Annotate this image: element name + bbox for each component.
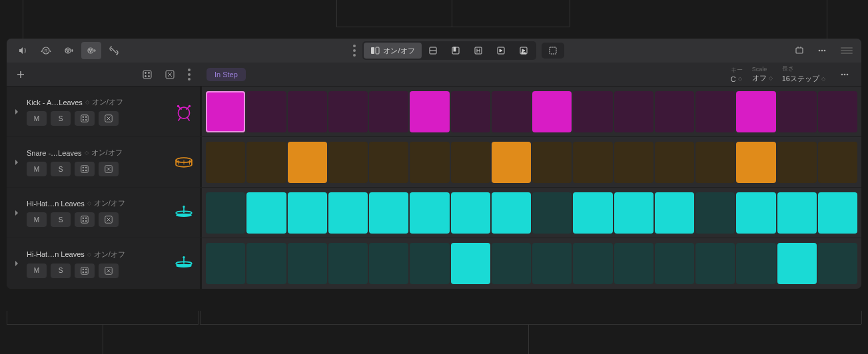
step-cell[interactable] [328,91,368,132]
step-cell[interactable] [206,192,245,234]
step-cell[interactable] [614,142,653,183]
solo-button[interactable]: S [51,264,71,278]
step-cell[interactable] [369,142,408,183]
step-cell[interactable] [328,192,368,234]
mode-chance-button[interactable] [542,43,564,59]
step-cell[interactable] [736,192,775,234]
step-cell[interactable] [369,192,408,234]
step-cell[interactable] [492,243,531,284]
row-randomize-button[interactable] [75,162,95,176]
step-cell[interactable] [410,192,449,234]
step-cell[interactable] [695,142,735,183]
step-cell[interactable] [614,243,653,284]
disclosure-button[interactable] [7,137,27,187]
row-clear-button[interactable] [99,264,119,278]
step-cell[interactable] [695,243,735,284]
live-loops-icon[interactable] [789,42,809,59]
solo-button[interactable]: S [51,111,71,126]
step-cell[interactable] [246,243,286,284]
step-cell[interactable] [736,142,775,183]
step-cell[interactable] [736,243,775,284]
mode-loop-button[interactable] [490,43,512,59]
step-cell[interactable] [206,142,245,183]
step-cell[interactable] [328,142,368,183]
scale-param[interactable]: Scale オフ◇ [752,66,773,83]
row-clear-button[interactable] [99,111,119,126]
disclosure-button[interactable] [7,188,27,238]
step-cell[interactable] [818,192,857,234]
step-cell[interactable] [288,142,327,183]
step-cell[interactable] [655,192,694,234]
mode-note-button[interactable] [444,43,467,59]
automation-record-icon[interactable]: R [36,42,56,59]
step-cell[interactable] [288,192,327,234]
step-cell[interactable] [206,91,245,132]
clear-button[interactable] [161,66,179,83]
disclosure-button[interactable] [7,87,27,136]
step-cell[interactable] [492,142,531,183]
step-cell[interactable] [369,91,408,132]
row-clear-button[interactable] [99,212,119,227]
row-randomize-button[interactable] [75,264,95,278]
step-cell[interactable] [288,91,327,132]
toolbar-vdots-icon[interactable] [349,45,360,57]
volume-icon[interactable] [13,42,33,59]
step-cell[interactable] [246,91,286,132]
step-cell[interactable] [246,192,286,234]
step-cell[interactable] [410,142,449,183]
header-more-button[interactable] [184,69,195,81]
mute-button[interactable]: M [27,264,47,278]
key-param[interactable]: キー C◇ [731,66,743,83]
step-cell[interactable] [818,91,857,132]
step-cell[interactable] [532,142,572,183]
mute-button[interactable]: M [27,111,47,126]
step-cell[interactable] [246,142,286,183]
step-cell[interactable] [573,243,612,284]
add-row-button[interactable] [12,66,29,83]
step-cell[interactable] [777,142,817,183]
mode-tie-button[interactable] [467,43,490,59]
step-cell[interactable] [736,91,775,132]
mute-button[interactable]: M [27,162,47,176]
row-mode[interactable]: オン/オフ [94,198,125,208]
disclosure-button[interactable] [7,238,27,289]
step-cell[interactable] [410,243,449,284]
step-cell[interactable] [492,91,531,132]
row-more-icon[interactable] [835,66,855,83]
step-cell[interactable] [369,243,408,284]
midi-out-icon[interactable] [59,42,79,59]
step-cell[interactable] [655,91,694,132]
solo-button[interactable]: S [51,212,71,227]
step-cell[interactable] [573,142,612,183]
link-off-icon[interactable] [104,42,124,59]
step-cell[interactable] [655,142,694,183]
step-cell[interactable] [777,91,817,132]
step-cell[interactable] [288,243,327,284]
step-cell[interactable] [451,91,490,132]
step-cell[interactable] [328,243,368,284]
row-mode[interactable]: オン/オフ [94,250,125,260]
mute-button[interactable]: M [27,212,47,227]
in-step-chip[interactable]: In Step [207,68,246,81]
step-cell[interactable] [451,142,490,183]
step-cell[interactable] [777,243,817,284]
step-cell[interactable] [573,192,612,234]
step-cell[interactable] [777,192,817,234]
step-cell[interactable] [614,192,653,234]
step-cell[interactable] [695,192,735,234]
row-randomize-button[interactable] [75,212,95,227]
mode-velocity-button[interactable] [422,43,444,59]
step-cell[interactable] [695,91,735,132]
step-cell[interactable] [206,243,245,284]
step-cell[interactable] [532,192,572,234]
step-cell[interactable] [532,91,572,132]
midi-icon[interactable] [81,42,101,59]
step-cell[interactable] [818,142,857,183]
step-cell[interactable] [818,243,857,284]
randomize-button[interactable] [139,66,156,83]
mode-octave-button[interactable]: 8va [512,43,535,59]
step-cell[interactable] [614,91,653,132]
step-cell[interactable] [410,91,449,132]
length-param[interactable]: 長さ 16ステップ◇ [782,65,825,84]
solo-button[interactable]: S [51,162,71,176]
